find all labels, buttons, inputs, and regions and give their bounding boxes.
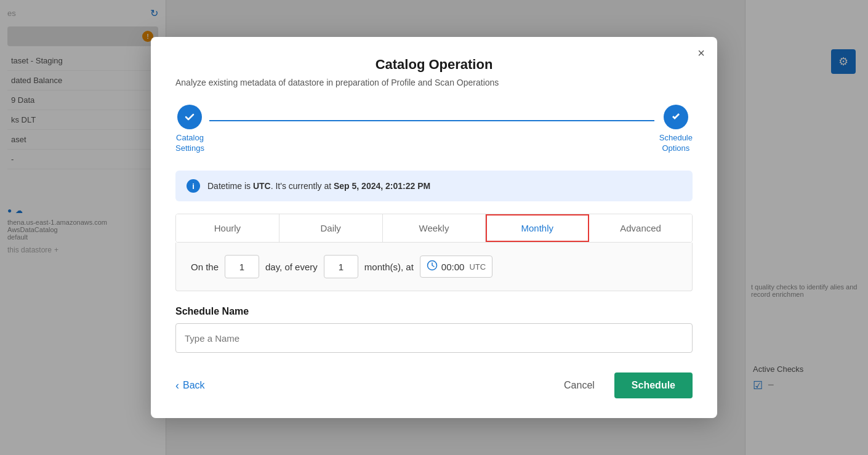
schedule-name-section: Schedule Name	[175, 306, 693, 353]
step2-label: Schedule Options	[659, 133, 693, 154]
tab-advanced[interactable]: Advanced	[589, 214, 692, 242]
on-the-label: On the	[191, 262, 219, 272]
tab-daily[interactable]: Daily	[279, 214, 383, 242]
info-icon: i	[187, 179, 200, 193]
tab-monthly[interactable]: Monthly	[486, 214, 589, 242]
modal-footer: ‹ Back Cancel Schedule	[175, 372, 693, 398]
cancel-button[interactable]: Cancel	[554, 374, 605, 397]
day-label: day, of every	[265, 262, 318, 272]
back-label: Back	[183, 380, 205, 391]
month-label: month(s), at	[364, 262, 414, 272]
back-chevron-icon: ‹	[175, 379, 179, 392]
step-catalog-settings: Catalog Settings	[175, 105, 204, 154]
tab-weekly[interactable]: Weekly	[383, 214, 486, 242]
time-value: 00:00	[441, 262, 465, 272]
schedule-tabs: Hourly Daily Weekly Monthly Advanced	[175, 214, 693, 243]
tab-content-monthly: On the day, of every month(s), at 00:00 …	[175, 243, 693, 291]
step2-circle	[664, 105, 688, 129]
close-button[interactable]: ×	[697, 47, 705, 59]
utc-label: UTC	[469, 262, 486, 272]
modal-backdrop: × Catalog Operation Analyze existing met…	[0, 0, 868, 455]
step1-circle	[177, 105, 202, 129]
modal-title: Catalog Operation	[175, 57, 693, 73]
tab-hourly[interactable]: Hourly	[176, 214, 279, 242]
clock-icon	[427, 260, 438, 273]
info-text: Datetime is UTC. It's currently at Sep 5…	[207, 181, 430, 191]
day-input[interactable]	[225, 255, 259, 278]
footer-right: Cancel Schedule	[554, 372, 693, 398]
info-banner: i Datetime is UTC. It's currently at Sep…	[175, 171, 693, 201]
back-button[interactable]: ‹ Back	[175, 379, 205, 392]
schedule-row: On the day, of every month(s), at 00:00 …	[191, 255, 677, 278]
step1-label: Catalog Settings	[175, 133, 204, 154]
schedule-name-input[interactable]	[175, 323, 693, 353]
stepper: Catalog Settings Schedule Options	[175, 105, 693, 154]
stepper-line	[209, 120, 654, 121]
step-schedule-options: Schedule Options	[659, 105, 693, 154]
modal-subtitle: Analyze existing metadata of datastore i…	[175, 78, 693, 87]
time-field[interactable]: 00:00 UTC	[420, 256, 492, 278]
catalog-operation-modal: × Catalog Operation Analyze existing met…	[151, 37, 717, 419]
schedule-button[interactable]: Schedule	[614, 372, 693, 398]
month-input[interactable]	[324, 255, 358, 278]
schedule-name-label: Schedule Name	[175, 306, 693, 317]
